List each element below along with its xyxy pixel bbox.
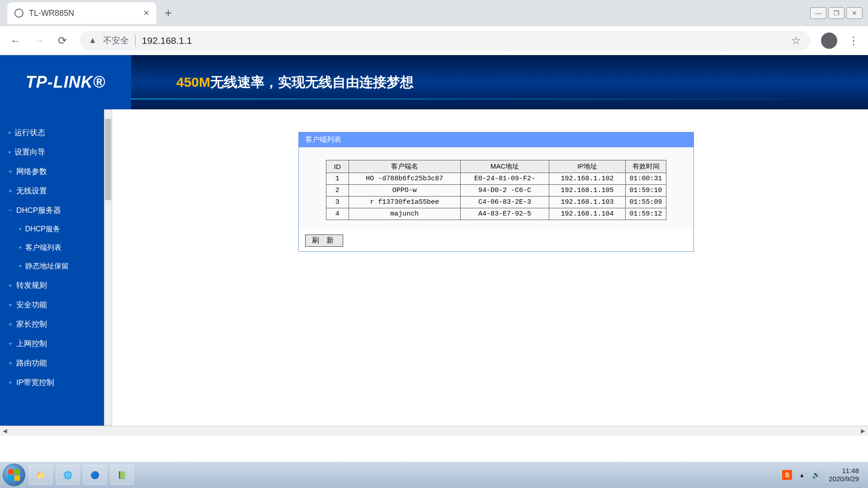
sidebar-item-label: IP带宽控制: [16, 378, 54, 387]
client-table: ID客户端名MAC地址IP地址有效时间 1HO -d788b6fc25b3c87…: [326, 160, 666, 220]
sidebar-item-label: 设置向导: [14, 148, 45, 156]
window-controls: — ❐ ✕: [810, 7, 868, 19]
table-cell: 3: [326, 197, 349, 208]
sidebar-item-12[interactable]: +路由功能: [0, 353, 104, 373]
table-cell: 2: [326, 185, 349, 197]
windows-logo-icon: [8, 469, 20, 481]
taskbar-browser-icon[interactable]: 🌐: [56, 465, 80, 485]
table-cell: 01:59:12: [626, 208, 666, 220]
sogou-ime-icon[interactable]: S: [782, 470, 792, 480]
sidebar-item-7[interactable]: •静态地址保留: [0, 257, 104, 276]
taskbar-explorer-icon[interactable]: 📁: [29, 465, 52, 485]
sidebar-item-6[interactable]: •客户端列表: [0, 239, 104, 257]
table-cell: 4: [326, 208, 349, 220]
bullet-icon: •: [19, 244, 22, 251]
table-header: ID: [326, 160, 349, 173]
horizontal-scrollbar[interactable]: ◄ ►: [0, 426, 868, 436]
clock[interactable]: 11:48 2020/9/29: [829, 467, 859, 483]
sidebar-item-9[interactable]: +安全功能: [0, 295, 104, 314]
sidebar-item-5[interactable]: •DHCP服务: [0, 220, 104, 239]
main-area: •运行状态•设置向导+网络参数+无线设置−DHCP服务器•DHCP服务•客户端列…: [0, 109, 868, 426]
sidebar-item-label: 网络参数: [16, 167, 47, 176]
table-cell: A4-83-E7-92-5: [460, 208, 549, 220]
table-cell: 01:55:09: [626, 197, 666, 208]
minimize-button[interactable]: —: [810, 7, 826, 19]
sidebar-item-label: 上网控制: [16, 339, 47, 348]
tray-chevron-icon[interactable]: ▴: [800, 471, 804, 479]
table-cell: OPPO-w: [349, 185, 460, 197]
warning-icon: ▲: [89, 36, 97, 45]
table-header: MAC地址: [460, 160, 549, 173]
start-button[interactable]: [3, 464, 25, 486]
table-cell: 192.168.1.103: [549, 197, 625, 208]
banner: 450M无线速率，实现无线自由连接梦想: [131, 55, 868, 109]
table-row: 3r f13730fe1a55beeC4-06-83-2E-3 192.168.…: [326, 197, 666, 208]
table-cell: 01:00:31: [626, 173, 666, 185]
tab-title: TL-WR885N: [29, 9, 138, 18]
table-cell: 01:59:10: [626, 185, 666, 197]
bookmark-star-icon[interactable]: ☆: [791, 34, 801, 47]
table-header: 有效时间: [626, 160, 666, 173]
reload-button[interactable]: ⟳: [56, 34, 69, 47]
bullet-icon: •: [19, 262, 22, 270]
scroll-right-icon[interactable]: ►: [858, 427, 868, 435]
taskbar-chrome-icon[interactable]: 🔵: [83, 465, 107, 485]
volume-icon[interactable]: 🔊: [812, 471, 821, 479]
bullet-icon: +: [8, 300, 13, 309]
back-button[interactable]: ←: [9, 34, 22, 47]
sidebar-item-label: 客户端列表: [25, 244, 61, 251]
table-cell: HO -d788b6fc25b3c87: [349, 173, 460, 185]
table-cell: 192.168.1.102: [549, 173, 625, 185]
sidebar-item-2[interactable]: +网络参数: [0, 162, 104, 181]
kebab-menu-icon[interactable]: ⋮: [848, 34, 859, 47]
new-tab-button[interactable]: +: [165, 6, 172, 20]
bullet-icon: +: [8, 320, 13, 328]
bullet-icon: −: [8, 206, 13, 215]
forward-button[interactable]: →: [33, 34, 45, 47]
sidebar-item-label: 安全功能: [16, 300, 47, 309]
bullet-icon: +: [8, 359, 13, 367]
bullet-icon: •: [8, 128, 11, 137]
close-window-button[interactable]: ✕: [846, 7, 863, 19]
content-area: 客户端列表 ID客户端名MAC地址IP地址有效时间 1HO -d788b6fc2…: [104, 109, 868, 426]
sidebar-item-label: 转发规则: [16, 281, 47, 290]
url-box[interactable]: ▲ 不安全 192.168.1.1 ☆: [80, 31, 810, 51]
sidebar-item-1[interactable]: •设置向导: [0, 142, 104, 162]
bullet-icon: +: [8, 187, 13, 195]
table-row: 1HO -d788b6fc25b3c87E0-24-81-09-F2- 192.…: [326, 173, 666, 185]
browser-chrome: TL-WR885N × + — ❐ ✕ ← → ⟳ ▲ 不安全 192.168.…: [0, 0, 868, 55]
sidebar-item-11[interactable]: +上网控制: [0, 334, 104, 353]
banner-highlight: 450M: [176, 75, 210, 90]
url-text: 192.168.1.1: [142, 35, 192, 46]
sidebar-scrollbar[interactable]: [104, 109, 112, 426]
sidebar-item-8[interactable]: +转发规则: [0, 276, 104, 295]
scroll-left-icon[interactable]: ◄: [0, 427, 10, 435]
taskbar-notepad-icon[interactable]: 📗: [110, 465, 134, 485]
system-tray: S ▴ 🔊 11:48 2020/9/29: [782, 467, 865, 483]
address-bar: ← → ⟳ ▲ 不安全 192.168.1.1 ☆ ⋮: [0, 26, 868, 55]
client-list-panel: 客户端列表 ID客户端名MAC地址IP地址有效时间 1HO -d788b6fc2…: [298, 132, 694, 252]
clock-time: 11:48: [829, 467, 859, 475]
table-row: 2OPPO-w 94-D0-2 -C6-C 192.168.1.10501:59…: [326, 185, 666, 197]
refresh-button[interactable]: 刷 新: [305, 235, 343, 247]
bullet-icon: +: [8, 167, 13, 176]
close-tab-icon[interactable]: ×: [143, 7, 149, 19]
sidebar-item-4[interactable]: −DHCP服务器: [0, 201, 104, 220]
sidebar: •运行状态•设置向导+网络参数+无线设置−DHCP服务器•DHCP服务•客户端列…: [0, 109, 104, 426]
maximize-button[interactable]: ❐: [828, 7, 844, 19]
table-header: 客户端名: [349, 160, 460, 173]
banner-text: 无线速率，实现无线自由连接梦想: [210, 73, 414, 92]
sidebar-item-3[interactable]: +无线设置: [0, 181, 104, 201]
sidebar-item-10[interactable]: +家长控制: [0, 314, 104, 334]
sidebar-item-label: 家长控制: [16, 320, 47, 328]
windows-taskbar: 📁 🌐 🔵 📗 S ▴ 🔊 11:48 2020/9/29: [0, 462, 868, 488]
browser-tab[interactable]: TL-WR885N ×: [7, 2, 156, 24]
bullet-icon: +: [8, 281, 13, 290]
sidebar-item-label: DHCP服务: [25, 225, 60, 233]
sidebar-item-13[interactable]: +IP带宽控制: [0, 373, 104, 392]
sidebar-item-label: 运行状态: [14, 128, 45, 137]
bullet-icon: +: [8, 378, 13, 387]
table-cell: 94-D0-2 -C6-C: [460, 185, 549, 197]
sidebar-item-0[interactable]: •运行状态: [0, 123, 104, 142]
profile-avatar-icon[interactable]: [821, 33, 837, 49]
